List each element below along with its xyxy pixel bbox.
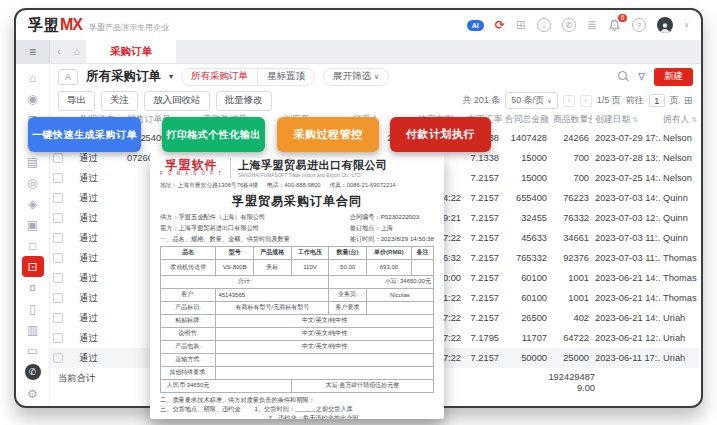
menu-toggle-icon[interactable]: ≡ [16,40,50,63]
sidebar-item-home[interactable]: ⌂ [22,67,44,88]
cell-cb [50,213,76,224]
expand-filter-button[interactable]: 展开筛选 ∨ [323,68,389,86]
toolbar-buttons: 导出关注放入回收站批量修改 [58,91,272,111]
goto-page-input[interactable]: 1 [649,94,665,107]
new-button[interactable]: 新建 [654,68,693,86]
service-icon[interactable]: ⟳ [495,18,505,32]
callout-button-一键快速生成采购订单[interactable]: 一键快速生成采购订单 [28,117,141,152]
sidebar-item-support[interactable]: ✆ [25,364,41,380]
tab-bar: ≡ ‹ ⌂ 采购订单 [16,40,701,64]
header-icon-row: AI ⟳⊞↓✆≣ 6 ? ∨ [467,17,689,33]
view-tabs: 所有采购订单 星标置顶 [181,68,315,86]
sidebar-item-targets[interactable]: ◈ [22,193,44,214]
cell-rate: 7.2157 [464,293,502,303]
cell-status: 通过 [76,172,124,185]
notification-bell-icon[interactable]: 6 [608,19,621,32]
sidebar-item-analytics[interactable]: ▥ [22,319,44,340]
page-size-caret-icon: ∨ [547,97,551,104]
tab-starred-pinned[interactable]: 星标置顶 [258,70,314,83]
search-icon[interactable] [618,71,629,82]
sidebar-item-finance[interactable]: ¤ [22,277,44,298]
callout-button-付款计划执行[interactable]: 付款计划执行 [390,117,491,152]
cell-owner: Uriah [660,353,700,363]
toolbar-button-批量修改[interactable]: 批量修改 [216,91,272,111]
expand-filter-caret-icon: ∨ [374,73,379,81]
cell-amount: 15000 [502,173,550,183]
download-icon[interactable]: ↓ [537,18,551,32]
cell-status: 通过 [76,192,124,205]
phone-icon[interactable]: ✆ [562,18,576,32]
doc-parties-left: 供方：孚盟五金配件（上海）有限公司 需方：上海孚盟贸易进出口有限公司 一、品名、… [160,212,290,245]
cell-created: 2023-07-25 14:… [592,173,660,183]
doc-logo-sub: F U M A S O F T [160,172,223,177]
doc-title: 孚盟贸易采购订单合同 [160,193,434,210]
cell-status: 通过 [76,232,124,245]
summary-amounts: 192429487 9.00 [530,372,598,394]
row-checkbox[interactable] [53,353,63,363]
cell-amount: 15000 [502,153,550,163]
home-icon[interactable]: ⌂ [68,40,86,63]
view-title-caret-icon[interactable]: ▾ [169,72,173,81]
page-size-select[interactable]: 50 条/页 ∨ [505,92,557,109]
callout-button-采购过程管控[interactable]: 采购过程管控 [277,117,379,152]
cell-rate: 7.1795 [464,333,502,343]
row-checkbox[interactable] [53,313,63,323]
sidebar-item-business[interactable]: ▣ [22,214,44,235]
view-title[interactable]: 所有采购订单 [86,68,161,85]
task-list-icon[interactable]: ≣ [587,18,597,32]
sidebar-item-documents[interactable]: ▤ [22,151,44,172]
doc-clauses: 二、质量要求技术标准、供方对质量负责的条件和期限： 三、交货地点、期限、违约金 … [160,395,434,419]
doc-logo-divider [230,158,231,178]
back-chevron-icon[interactable]: ‹ [50,40,68,63]
table-settings-icon[interactable]: ⊞ [684,94,693,107]
doc-clause3a: 1、交货时间：______之前交货入库 [254,404,358,413]
cell-qty: 24266 [550,133,592,143]
tab-purchase-orders[interactable]: 采购订单 [86,40,176,63]
doc-sign-place: 签订地点：上海 [350,223,434,234]
row-checkbox[interactable] [53,253,63,263]
next-page-button[interactable]: › [580,95,592,107]
row-checkbox[interactable] [53,193,63,203]
row-checkbox[interactable] [53,153,63,163]
apps-grid-icon[interactable]: ⊞ [516,18,526,32]
row-checkbox[interactable] [53,213,63,223]
column-header-owner[interactable]: 拥有人 ⇅ [660,114,700,126]
cell-amount: 1407428 [502,133,550,143]
filter-funnel-icon[interactable]: ∇ [638,71,645,82]
row-checkbox[interactable] [53,233,63,243]
doc-address: 地址：上海市曹安公路1306号76栋4楼 [160,181,258,190]
avatar-chevron-down-icon[interactable]: ∨ [684,21,689,29]
toolbar-row: 导出关注放入回收站批量修改 共 201 条 50 条/页 ∨ ‹ › 1/5 页… [50,89,701,112]
sidebar-item-workbench[interactable]: ▭ [22,340,44,361]
row-checkbox[interactable] [53,333,63,343]
callout-button-打印格式个性化输出[interactable]: 打印格式个性化输出 [162,117,265,152]
page-info: 1/5 页 [597,94,621,107]
cell-created: 2023-07-03 12:… [592,213,660,223]
row-checkbox[interactable] [53,173,63,183]
toolbar-button-导出[interactable]: 导出 [58,91,95,111]
column-header-amount: 合同总金额 [502,114,550,126]
column-header-created[interactable]: 创建日期 ⇅ [592,114,660,126]
sidebar-item-notes[interactable]: ▯ [22,298,44,319]
goto-label: 前往 [626,94,644,107]
cell-status: 通过 [76,272,124,285]
help-icon[interactable]: ? [632,18,646,32]
sidebar-item-settings[interactable]: ⚙ [22,383,44,404]
toolbar-button-放入回收站[interactable]: 放入回收站 [144,91,210,111]
sidebar-item-procurement[interactable]: ⊡ [22,256,44,277]
sidebar-item-customers[interactable]: ◉ [22,88,44,109]
cell-status: 通过 [76,312,124,325]
app-logo: 孚盟 MX 孚盟产品演示专用企业 [28,16,169,35]
sidebar-item-products[interactable]: □ [22,235,44,256]
view-switch-icon[interactable]: A [58,69,78,85]
row-checkbox[interactable] [53,273,63,283]
tab-all-purchase-orders[interactable]: 所有采购订单 [182,69,258,85]
user-avatar[interactable] [657,17,673,33]
filter-row: A 所有采购订单 ▾ 所有采购订单 星标置顶 展开筛选 ∨ ∇ 新建 [50,64,701,89]
prev-page-button[interactable]: ‹ [563,95,575,107]
row-checkbox[interactable] [53,293,63,303]
page-unit: 页 [670,94,679,107]
ai-assistant-icon[interactable]: AI [467,20,484,31]
toolbar-button-关注[interactable]: 关注 [101,91,138,111]
sidebar-item-marketing[interactable]: ◎ [22,172,44,193]
